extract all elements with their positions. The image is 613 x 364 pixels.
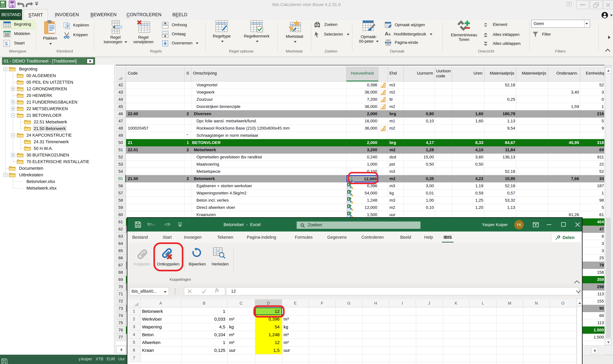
svg-text:Σ: Σ [5, 41, 8, 46]
svg-text:X: X [348, 190, 350, 194]
svg-text:X: X [348, 183, 350, 186]
svg-text:X: X [348, 212, 350, 215]
svg-text:X: X [348, 197, 350, 201]
svg-text:X: X [348, 204, 350, 208]
